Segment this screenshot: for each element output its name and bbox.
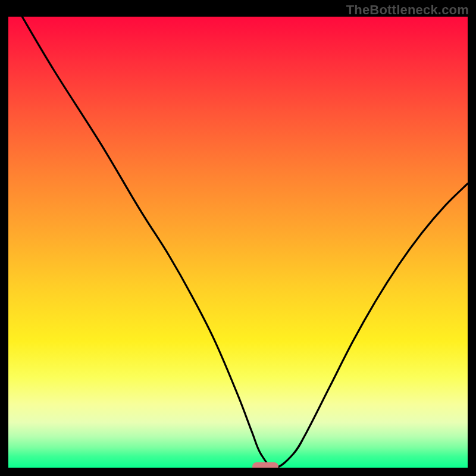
plot-area [8, 17, 468, 468]
bottleneck-curve [22, 17, 468, 468]
curve-svg [8, 17, 468, 468]
chart-stage: TheBottleneck.com [0, 0, 476, 476]
optimum-marker [252, 462, 278, 468]
watermark-text: TheBottleneck.com [346, 2, 469, 18]
